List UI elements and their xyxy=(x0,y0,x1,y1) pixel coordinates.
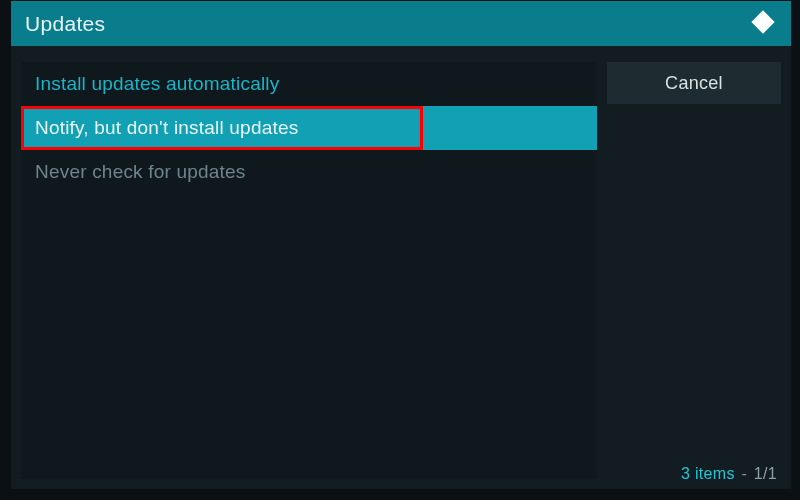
option-label: Install updates automatically xyxy=(35,73,280,95)
cancel-button[interactable]: Cancel xyxy=(607,62,781,104)
option-label: Notify, but don't install updates xyxy=(35,117,298,139)
option-label: Never check for updates xyxy=(35,161,246,183)
page-indicator: 1/1 xyxy=(754,465,777,482)
dialog-body: Install updates automatically Notify, bu… xyxy=(11,46,791,489)
app-window: Updates Install updates automatically No… xyxy=(0,0,800,500)
updates-dialog: Updates Install updates automatically No… xyxy=(11,1,791,489)
dialog-header: Updates xyxy=(11,1,791,46)
option-notify-only[interactable]: Notify, but don't install updates xyxy=(21,106,597,150)
cancel-button-label: Cancel xyxy=(665,73,723,94)
option-never-check[interactable]: Never check for updates xyxy=(21,150,597,194)
option-install-auto[interactable]: Install updates automatically xyxy=(21,62,597,106)
item-count: 3 items xyxy=(681,465,735,482)
options-list: Install updates automatically Notify, bu… xyxy=(21,62,597,479)
dialog-title: Updates xyxy=(25,12,105,36)
footer-separator: - xyxy=(741,465,751,482)
kodi-logo-icon xyxy=(749,8,777,40)
dialog-sidebar: Cancel xyxy=(607,62,781,479)
dialog-footer: 3 items - 1/1 xyxy=(681,465,777,483)
